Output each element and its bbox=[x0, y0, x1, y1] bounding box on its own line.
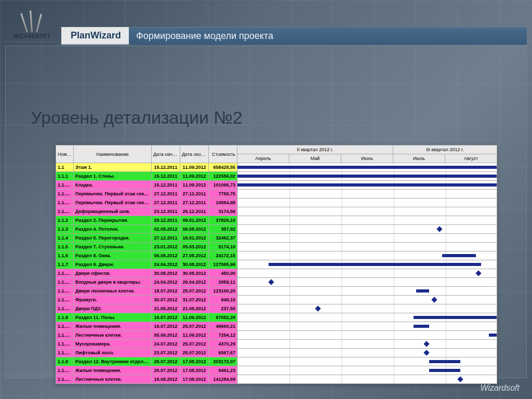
cell-start: 23.12.2011 bbox=[152, 207, 180, 216]
cell-end: 11.09.2012 bbox=[180, 331, 209, 340]
cell-name: Кладка. bbox=[74, 181, 152, 190]
table-row[interactable]: 1.1.1.2Перемычки. Первый этаж секции 1.3… bbox=[56, 190, 497, 198]
table-row[interactable]: 1.1.7.5Двери ПДУ.21.05.201221.05.2012237… bbox=[56, 304, 497, 313]
cell-cost: 141284,69 bbox=[209, 375, 237, 384]
table-row[interactable]: 1.1.7.4Фрамуги.30.07.201231.07.2012849,1… bbox=[56, 296, 497, 304]
table-row[interactable]: 1.1.6Раздел 8. Окна.06.08.201227.08.2012… bbox=[56, 251, 497, 260]
gantt-bar bbox=[237, 175, 497, 178]
cell-cost: 10554,98 bbox=[209, 198, 237, 207]
cell-end: 27.08.2012 bbox=[180, 251, 209, 260]
gantt-bar bbox=[414, 325, 429, 328]
cell-name: Раздел 7. Ступеньки. bbox=[74, 243, 152, 251]
slide-frame: Уровень детализации №2 Номер Наименовани… bbox=[5, 46, 527, 378]
table-row[interactable]: 1.1.4Раздел 5. Перегородки.27.12.201116.… bbox=[56, 234, 497, 243]
table-row[interactable]: 1.1.7.2Входные двери в квартиры.24.04.20… bbox=[56, 278, 497, 287]
cell-cost: 203172,07 bbox=[209, 357, 237, 366]
cell-start: 30.08.2012 bbox=[152, 269, 180, 278]
cell-start: 24.04.2012 bbox=[152, 278, 180, 287]
table-row[interactable]: 1.1.1.3Перемычки. Первый этаж секции 1.4… bbox=[56, 198, 497, 207]
table-row[interactable]: 1.1.8.1Жилые помещения.16.07.201225.07.2… bbox=[56, 322, 497, 331]
table-row[interactable]: 1.1.7.3Двери лесничных клеток.18.07.2012… bbox=[56, 287, 497, 296]
cell-num: 1.1.7.4 bbox=[56, 296, 74, 304]
cell-cost: 450,00 bbox=[209, 269, 237, 278]
table-row[interactable]: 1.1.9.2Лестничные клетки.16.08.201217.08… bbox=[56, 375, 497, 384]
gantt-cell bbox=[237, 296, 497, 304]
cell-cost: 7759,75 bbox=[209, 190, 237, 198]
gantt-panel: Номер Наименование Дата начала Дата окон… bbox=[56, 145, 497, 384]
table-row[interactable]: 1.1.1.4Деформационный шов.23.12.201126.1… bbox=[56, 207, 497, 216]
gantt-cell bbox=[237, 190, 497, 198]
cell-name: Перемычки. Первый этаж секции 1.4 bbox=[74, 198, 152, 207]
table-row[interactable]: 1.1.8.4Лифтовый холл.23.07.201225.07.201… bbox=[56, 349, 497, 357]
table-row[interactable]: 1.1.1.1Кладка.15.12.201111.09.2012101066… bbox=[56, 181, 497, 190]
table-row[interactable]: 1.1.2Раздел 2. Перекрытия.29.12.201109.0… bbox=[56, 216, 497, 225]
table-row[interactable]: 1.1.8.3Мусорокамера.24.07.201225.07.2012… bbox=[56, 340, 497, 349]
logo: WIZARDSOFT bbox=[14, 9, 51, 39]
cell-name: Жилые помещения. bbox=[74, 322, 152, 331]
cell-num: 1.1.1.3 bbox=[56, 198, 74, 207]
table-row[interactable]: 1.1.7.1Двери офисов.30.08.201230.08.2012… bbox=[56, 269, 497, 278]
table-row[interactable]: 1.1.8Раздел 11. Полы.16.07.201211.09.201… bbox=[56, 313, 497, 322]
cell-num: 1.1.9.2 bbox=[56, 375, 74, 384]
gantt-bar bbox=[269, 263, 481, 266]
month-2: Май bbox=[289, 154, 341, 163]
table-row[interactable]: 1.1.5Раздел 7. Ступеньки.23.01.201205.03… bbox=[56, 243, 497, 251]
quarter-header-1: II квартал 2012 г. bbox=[237, 145, 393, 154]
cell-num: 1.1.7.1 bbox=[56, 269, 74, 278]
cell-end: 25.07.2012 bbox=[180, 340, 209, 349]
cell-num: 1.1.8 bbox=[56, 313, 74, 322]
cell-name: Раздел 12. Внутренние отделочные работы bbox=[74, 357, 152, 366]
gantt-cell bbox=[237, 340, 497, 349]
cell-end: 26.12.2011 bbox=[180, 207, 209, 216]
cell-num: 1.1.2 bbox=[56, 216, 74, 225]
cell-cost: 127595,96 bbox=[209, 260, 237, 269]
col-header-name: Наименование bbox=[74, 145, 152, 163]
cell-cost: 32462,37 bbox=[209, 234, 237, 243]
cell-num: 1.1.3 bbox=[56, 225, 74, 234]
table-row[interactable]: 1.1.9Раздел 12. Внутренние отделочные ра… bbox=[56, 357, 497, 366]
cell-end: 26.04.2012 bbox=[180, 278, 209, 287]
gantt-cell bbox=[237, 198, 497, 207]
cell-start: 27.12.2011 bbox=[152, 234, 180, 243]
cell-name: Лифтовый холл. bbox=[74, 349, 152, 357]
cell-start: 26.07.2012 bbox=[152, 357, 180, 366]
table-row[interactable]: 1.1.9.1Жилые помещения.26.07.201217.08.2… bbox=[56, 366, 497, 375]
cell-num: 1.1 bbox=[56, 163, 74, 172]
cell-num: 1.1.8.2 bbox=[56, 331, 74, 340]
cell-end: 17.08.2012 bbox=[180, 375, 209, 384]
gantt-bar bbox=[414, 316, 497, 319]
cell-name: Раздел 2. Перекрытия. bbox=[74, 216, 152, 225]
table-row[interactable]: 1.1Этаж 1.15.12.201111.09.2012658428,55 bbox=[56, 163, 497, 172]
cell-name: Лестничные клетки. bbox=[74, 375, 152, 384]
col-header-end: Дата окончания bbox=[180, 145, 209, 163]
cell-end: 27.12.2011 bbox=[180, 198, 209, 207]
cell-num: 1.1.4 bbox=[56, 234, 74, 243]
cell-num: 1.1.1 bbox=[56, 172, 74, 181]
gantt-table: Номер Наименование Дата начала Дата окон… bbox=[56, 145, 497, 384]
cell-name: Раздел 5. Перегородки. bbox=[74, 234, 152, 243]
gantt-cell bbox=[237, 207, 497, 216]
cell-end: 09.01.2012 bbox=[180, 216, 209, 225]
cell-cost: 9461,23 bbox=[209, 366, 237, 375]
cell-start: 30.07.2012 bbox=[152, 296, 180, 304]
table-row[interactable]: 1.1.1Раздел 1. Стены.15.12.201111.09.201… bbox=[56, 172, 497, 181]
cell-start: 16.07.2012 bbox=[152, 322, 180, 331]
table-row[interactable]: 1.1.3Раздел 4. Потолок.02.08.201206.08.2… bbox=[56, 225, 497, 234]
gantt-cell bbox=[237, 181, 497, 190]
cell-end: 17.08.2012 bbox=[180, 366, 209, 375]
cell-cost: 122556,02 bbox=[209, 172, 237, 181]
cell-name: Деформационный шов. bbox=[74, 207, 152, 216]
cell-cost: 237,50 bbox=[209, 304, 237, 313]
gantt-cell bbox=[237, 357, 497, 366]
cell-num: 1.1.9.1 bbox=[56, 366, 74, 375]
table-row[interactable]: 1.1.8.2Лестничные клетки.05.09.201211.09… bbox=[56, 331, 497, 340]
gantt-cell bbox=[237, 172, 497, 181]
cell-end: 25.07.2012 bbox=[180, 287, 209, 296]
month-4: Июль bbox=[393, 154, 445, 163]
table-row[interactable]: 1.1.7Раздел 9. Двери.24.04.201230.08.201… bbox=[56, 260, 497, 269]
cell-name: Раздел 4. Потолок. bbox=[74, 225, 152, 234]
gantt-cell bbox=[237, 322, 497, 331]
cell-num: 1.1.6 bbox=[56, 251, 74, 260]
cell-end: 05.03.2012 bbox=[180, 243, 209, 251]
cell-num: 1.1.8.3 bbox=[56, 340, 74, 349]
